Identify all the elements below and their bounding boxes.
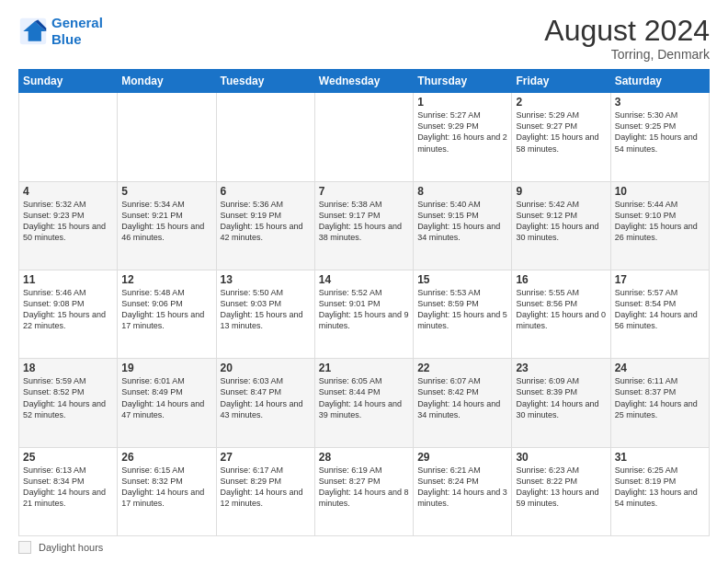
day-number: 21 [319, 362, 409, 374]
calendar-cell: 1Sunrise: 5:27 AM Sunset: 9:29 PM Daylig… [414, 93, 512, 181]
day-info: Sunrise: 6:07 AM Sunset: 8:42 PM Dayligh… [417, 375, 507, 420]
col-monday: Monday [118, 70, 216, 93]
day-info: Sunrise: 5:36 AM Sunset: 9:19 PM Dayligh… [221, 199, 311, 244]
day-info: Sunrise: 6:25 AM Sunset: 8:19 PM Dayligh… [615, 465, 705, 510]
calendar-cell: 3Sunrise: 5:30 AM Sunset: 9:25 PM Daylig… [610, 93, 709, 181]
day-info: Sunrise: 5:59 AM Sunset: 8:52 PM Dayligh… [23, 375, 113, 420]
col-sunday: Sunday [19, 70, 118, 93]
day-number: 5 [121, 185, 211, 198]
day-number: 28 [319, 451, 409, 464]
day-info: Sunrise: 6:09 AM Sunset: 8:39 PM Dayligh… [516, 375, 606, 420]
day-info: Sunrise: 5:55 AM Sunset: 8:56 PM Dayligh… [516, 287, 606, 332]
calendar-cell [314, 93, 413, 181]
day-number: 29 [417, 451, 507, 464]
calendar-cell: 16Sunrise: 5:55 AM Sunset: 8:56 PM Dayli… [512, 270, 610, 358]
location: Torring, Denmark [544, 47, 710, 62]
day-number: 31 [615, 451, 705, 464]
calendar-cell: 13Sunrise: 5:50 AM Sunset: 9:03 PM Dayli… [216, 270, 314, 358]
day-info: Sunrise: 6:03 AM Sunset: 8:47 PM Dayligh… [221, 375, 311, 420]
day-number: 20 [221, 362, 311, 374]
day-number: 6 [221, 185, 311, 198]
day-info: Sunrise: 5:40 AM Sunset: 9:15 PM Dayligh… [417, 199, 507, 244]
col-thursday: Thursday [414, 70, 512, 93]
calendar-cell: 11Sunrise: 5:46 AM Sunset: 9:08 PM Dayli… [19, 270, 118, 358]
calendar-cell: 17Sunrise: 5:57 AM Sunset: 8:54 PM Dayli… [610, 270, 709, 358]
col-tuesday: Tuesday [216, 70, 314, 93]
day-info: Sunrise: 5:52 AM Sunset: 9:01 PM Dayligh… [319, 287, 409, 332]
calendar-week-row: 18Sunrise: 5:59 AM Sunset: 8:52 PM Dayli… [19, 359, 710, 447]
day-number: 24 [615, 362, 705, 374]
calendar-cell: 25Sunrise: 6:13 AM Sunset: 8:34 PM Dayli… [19, 447, 118, 535]
calendar-cell: 22Sunrise: 6:07 AM Sunset: 8:42 PM Dayli… [414, 359, 512, 447]
day-number: 11 [23, 273, 113, 286]
day-number: 10 [615, 185, 705, 198]
col-saturday: Saturday [610, 70, 709, 93]
day-info: Sunrise: 5:53 AM Sunset: 8:59 PM Dayligh… [417, 287, 507, 332]
day-info: Sunrise: 5:44 AM Sunset: 9:10 PM Dayligh… [615, 199, 705, 244]
day-number: 30 [516, 451, 606, 464]
day-info: Sunrise: 5:32 AM Sunset: 9:23 PM Dayligh… [23, 199, 113, 244]
logo-text: General Blue [51, 15, 103, 48]
day-number: 26 [121, 451, 211, 464]
day-number: 7 [319, 185, 409, 198]
calendar-cell: 29Sunrise: 6:21 AM Sunset: 8:24 PM Dayli… [414, 447, 512, 535]
col-wednesday: Wednesday [314, 70, 413, 93]
day-number: 1 [417, 96, 507, 109]
calendar-cell: 21Sunrise: 6:05 AM Sunset: 8:44 PM Dayli… [314, 359, 413, 447]
calendar-cell: 15Sunrise: 5:53 AM Sunset: 8:59 PM Dayli… [414, 270, 512, 358]
day-number: 23 [516, 362, 606, 374]
calendar-cell: 5Sunrise: 5:34 AM Sunset: 9:21 PM Daylig… [118, 181, 216, 270]
footer: Daylight hours [18, 541, 710, 554]
day-number: 4 [23, 185, 113, 198]
day-info: Sunrise: 5:46 AM Sunset: 9:08 PM Dayligh… [23, 287, 113, 332]
calendar-cell: 8Sunrise: 5:40 AM Sunset: 9:15 PM Daylig… [414, 181, 512, 270]
day-number: 25 [23, 451, 113, 464]
calendar-cell: 23Sunrise: 6:09 AM Sunset: 8:39 PM Dayli… [512, 359, 610, 447]
day-number: 27 [221, 451, 311, 464]
daylight-label: Daylight hours [39, 542, 103, 553]
day-info: Sunrise: 5:42 AM Sunset: 9:12 PM Dayligh… [516, 199, 606, 244]
header: General Blue August 2024 Torring, Denmar… [18, 15, 710, 62]
day-number: 12 [121, 273, 211, 286]
day-number: 17 [615, 273, 705, 286]
day-info: Sunrise: 6:21 AM Sunset: 8:24 PM Dayligh… [417, 465, 507, 510]
day-info: Sunrise: 5:57 AM Sunset: 8:54 PM Dayligh… [615, 287, 705, 332]
day-number: 22 [417, 362, 507, 374]
day-info: Sunrise: 5:29 AM Sunset: 9:27 PM Dayligh… [516, 109, 606, 155]
day-number: 13 [221, 273, 311, 286]
day-number: 18 [23, 362, 113, 374]
day-info: Sunrise: 5:38 AM Sunset: 9:17 PM Dayligh… [319, 199, 409, 244]
calendar-cell: 26Sunrise: 6:15 AM Sunset: 8:32 PM Dayli… [118, 447, 216, 535]
calendar-cell: 30Sunrise: 6:23 AM Sunset: 8:22 PM Dayli… [512, 447, 610, 535]
day-info: Sunrise: 5:50 AM Sunset: 9:03 PM Dayligh… [221, 287, 311, 332]
calendar-cell: 7Sunrise: 5:38 AM Sunset: 9:17 PM Daylig… [314, 181, 413, 270]
calendar-cell: 27Sunrise: 6:17 AM Sunset: 8:29 PM Dayli… [216, 447, 314, 535]
calendar-cell: 12Sunrise: 5:48 AM Sunset: 9:06 PM Dayli… [118, 270, 216, 358]
day-info: Sunrise: 6:17 AM Sunset: 8:29 PM Dayligh… [221, 465, 311, 510]
calendar-cell: 20Sunrise: 6:03 AM Sunset: 8:47 PM Dayli… [216, 359, 314, 447]
day-info: Sunrise: 6:19 AM Sunset: 8:27 PM Dayligh… [319, 465, 409, 510]
calendar-cell [19, 93, 118, 181]
day-info: Sunrise: 6:05 AM Sunset: 8:44 PM Dayligh… [319, 375, 409, 420]
day-info: Sunrise: 5:34 AM Sunset: 9:21 PM Dayligh… [121, 199, 211, 244]
calendar-cell: 18Sunrise: 5:59 AM Sunset: 8:52 PM Dayli… [19, 359, 118, 447]
day-info: Sunrise: 5:30 AM Sunset: 9:25 PM Dayligh… [615, 109, 705, 155]
title-block: August 2024 Torring, Denmark [544, 15, 710, 62]
day-info: Sunrise: 6:15 AM Sunset: 8:32 PM Dayligh… [121, 465, 211, 510]
calendar-cell [216, 93, 314, 181]
day-info: Sunrise: 5:48 AM Sunset: 9:06 PM Dayligh… [121, 287, 211, 332]
day-number: 19 [121, 362, 211, 374]
calendar-header-row: Sunday Monday Tuesday Wednesday Thursday… [19, 70, 710, 93]
calendar-cell: 14Sunrise: 5:52 AM Sunset: 9:01 PM Dayli… [314, 270, 413, 358]
calendar-week-row: 11Sunrise: 5:46 AM Sunset: 9:08 PM Dayli… [19, 270, 710, 358]
calendar-cell: 9Sunrise: 5:42 AM Sunset: 9:12 PM Daylig… [512, 181, 610, 270]
page: General Blue August 2024 Torring, Denmar… [0, 0, 728, 563]
day-number: 16 [516, 273, 606, 286]
calendar-week-row: 4Sunrise: 5:32 AM Sunset: 9:23 PM Daylig… [19, 181, 710, 270]
calendar-cell: 28Sunrise: 6:19 AM Sunset: 8:27 PM Dayli… [314, 447, 413, 535]
calendar-cell: 4Sunrise: 5:32 AM Sunset: 9:23 PM Daylig… [19, 181, 118, 270]
calendar-week-row: 25Sunrise: 6:13 AM Sunset: 8:34 PM Dayli… [19, 447, 710, 535]
calendar-cell: 19Sunrise: 6:01 AM Sunset: 8:49 PM Dayli… [118, 359, 216, 447]
day-number: 9 [516, 185, 606, 198]
col-friday: Friday [512, 70, 610, 93]
